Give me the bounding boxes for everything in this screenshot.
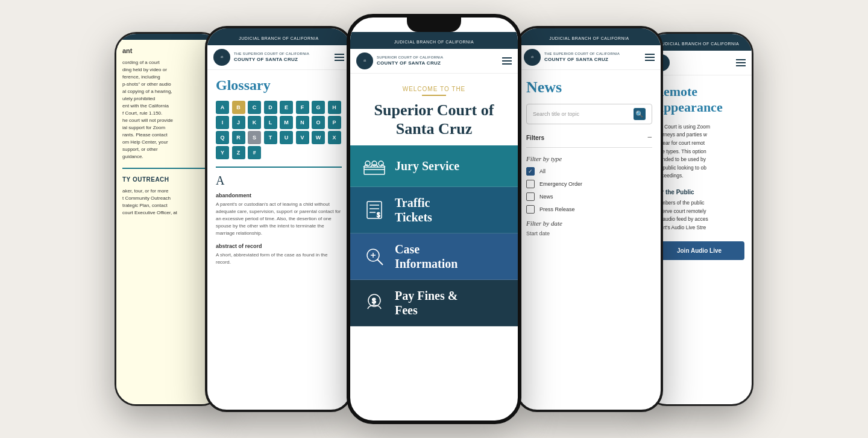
- nav-tiles: Jury Service $ TrafficTickets: [350, 145, 518, 326]
- filter-label-all: All: [539, 168, 546, 174]
- filter-item-emergency[interactable]: Emergency Order: [526, 180, 652, 188]
- alpha-Y[interactable]: Y: [216, 146, 229, 159]
- phone3-court-name: SUPERIOR COURT OF CALIFORNIA COUNTY OF S…: [377, 56, 443, 66]
- alpha-K[interactable]: K: [248, 116, 261, 129]
- alpha-X[interactable]: X: [328, 131, 341, 144]
- filter-checkbox-press[interactable]: [526, 205, 535, 214]
- alpha-S[interactable]: S: [248, 131, 261, 144]
- alpha-Z[interactable]: Z: [232, 146, 245, 159]
- remote-body2: Members of the publicobserve court remot…: [654, 199, 744, 232]
- alpha-W[interactable]: W: [312, 131, 325, 144]
- tile-traffic-label: TrafficTickets: [395, 195, 432, 224]
- phone-2-glossary: JUDICIAL BRANCH OF CALIFORNIA ⚖ THE SUPE…: [205, 26, 353, 412]
- svg-rect-0: [364, 167, 385, 174]
- glossary-def-1: A parent's or custodian's act of leaving…: [216, 201, 342, 237]
- case-icon: [362, 244, 386, 268]
- home-welcome-section: WELCOME TO THE Superior Court of Santa C…: [350, 74, 518, 145]
- filter-type-label: Filter by type: [526, 155, 652, 162]
- alpha-E[interactable]: E: [280, 101, 293, 114]
- alpha-T[interactable]: T: [264, 131, 277, 144]
- filter-item-news[interactable]: News: [526, 192, 652, 201]
- phone3-seal-icon: ⚖: [363, 59, 366, 63]
- alpha-N[interactable]: N: [296, 116, 309, 129]
- news-search-input[interactable]: Search title or topic: [533, 111, 634, 117]
- search-icon[interactable]: 🔍: [634, 108, 646, 120]
- alpha-R[interactable]: R: [232, 131, 245, 144]
- phone3-menu-button[interactable]: [502, 57, 512, 65]
- phone2-seal: ⚖: [213, 49, 230, 66]
- phone4-header-bar: JUDICIAL BRANCH OF CALIFORNIA: [549, 36, 629, 40]
- filter-label-press: Press Release: [539, 206, 575, 212]
- join-audio-button[interactable]: Join Audio Live: [654, 241, 744, 260]
- filters-collapse-button[interactable]: −: [647, 133, 652, 142]
- alpha-Q[interactable]: Q: [216, 131, 229, 144]
- glossary-divider: [216, 167, 342, 168]
- phone4-menu-button[interactable]: [645, 54, 655, 61]
- welcome-label: WELCOME TO THE: [360, 86, 508, 92]
- alphabet-grid[interactable]: A B C D E F G H I J K L M N O P Q R S T: [216, 101, 342, 159]
- welcome-underline: [422, 95, 446, 96]
- phone1-title: ant: [122, 47, 215, 54]
- glossary-term-2: abstract of record: [216, 243, 342, 249]
- phone3-seal: ⚖: [356, 52, 373, 69]
- alpha-P[interactable]: P: [328, 116, 341, 129]
- phone4-logo-area: ⚖ THE SUPERIOR COURT OF CALIFORNIA COUNT…: [524, 49, 620, 66]
- glossary-def-2: A short, abbreviated form of the case as…: [216, 252, 342, 266]
- alpha-O[interactable]: O: [312, 116, 325, 129]
- filters-header: Filters −: [526, 133, 652, 148]
- phone1-body: cording of a courtding held by video orf…: [122, 59, 215, 160]
- alpha-U[interactable]: U: [280, 131, 293, 144]
- phone4-court-header: ⚖ THE SUPERIOR COURT OF CALIFORNIA COUNT…: [518, 45, 661, 70]
- filter-checkbox-emergency[interactable]: [526, 180, 535, 188]
- filter-start-date-label: Start date: [526, 230, 652, 236]
- filter-label-emergency: Emergency Order: [539, 181, 582, 187]
- alpha-L[interactable]: L: [264, 116, 277, 129]
- tile-case-information[interactable]: CaseInformation: [350, 233, 518, 280]
- fines-icon: $: [362, 291, 386, 315]
- filter-checkbox-all[interactable]: [526, 167, 535, 176]
- tile-fines-label: Pay Fines &Fees: [395, 288, 458, 317]
- alpha-hash[interactable]: #: [248, 146, 261, 159]
- alpha-F[interactable]: F: [296, 101, 309, 114]
- tile-pay-fines[interactable]: $ Pay Fines &Fees: [350, 280, 518, 326]
- phones-container: ant cording of a courtding held by video…: [0, 0, 868, 438]
- alpha-J[interactable]: J: [232, 116, 245, 129]
- phone5-menu-button[interactable]: [736, 59, 746, 66]
- filter-item-all[interactable]: All: [526, 167, 652, 176]
- alpha-B[interactable]: B: [232, 101, 245, 114]
- glossary-title: Glossary: [216, 77, 342, 94]
- filter-item-press[interactable]: Press Release: [526, 205, 652, 214]
- phone2-glossary-content: Glossary A B C D E F G H I J K L M N O P…: [207, 70, 350, 412]
- filter-checkbox-news[interactable]: [526, 192, 535, 201]
- alpha-M[interactable]: M: [280, 116, 293, 129]
- news-search-bar[interactable]: Search title or topic 🔍: [526, 104, 652, 124]
- tile-jury-service[interactable]: Jury Service: [350, 145, 518, 187]
- phone2-court-header: ⚖ THE SUPERIOR COURT OF CALIFORNIA COUNT…: [207, 45, 350, 70]
- phone-4-news: JUDICIAL BRANCH OF CALIFORNIA ⚖ THE SUPE…: [515, 26, 663, 412]
- phone2-menu-button[interactable]: [335, 54, 344, 61]
- glossary-term-1: abandonment: [216, 192, 342, 198]
- svg-text:$: $: [377, 212, 380, 218]
- alpha-G[interactable]: G: [312, 101, 325, 114]
- jury-icon: [362, 154, 386, 178]
- tile-traffic-tickets[interactable]: $ TrafficTickets: [350, 187, 518, 233]
- filters-label: Filters: [526, 135, 544, 141]
- alpha-A[interactable]: A: [216, 101, 229, 114]
- phone2-header-bar: JUDICIAL BRANCH OF CALIFORNIA: [239, 36, 318, 40]
- alpha-V[interactable]: V: [296, 131, 309, 144]
- phone4-seal-icon: ⚖: [531, 56, 533, 59]
- phone4-court-name: THE SUPERIOR COURT OF CALIFORNIA COUNTY …: [544, 52, 620, 63]
- filter-label-news: News: [539, 194, 553, 200]
- phone4-seal: ⚖: [524, 49, 541, 66]
- phone5-header-bar: JUDICIAL BRANCH OF CALIFORNIA: [659, 42, 739, 46]
- tile-jury-label: Jury Service: [395, 159, 459, 173]
- phone2-logo-area: ⚖ THE SUPERIOR COURT OF CALIFORNIA COUNT…: [213, 49, 309, 66]
- phone-3-home: JUDICIAL BRANCH OF CALIFORNIA ⚖ SUPERIOR…: [347, 14, 521, 424]
- phone3-header-bar: JUDICIAL BRANCH OF CALIFORNIA: [394, 40, 474, 44]
- welcome-title: Superior Court of Santa Cruz: [360, 101, 508, 138]
- alpha-C[interactable]: C: [248, 101, 261, 114]
- alpha-D[interactable]: D: [264, 101, 277, 114]
- phone1-section-body: aker, tour, or for moret Community Outre…: [122, 188, 215, 217]
- alpha-H[interactable]: H: [328, 101, 341, 114]
- alpha-I[interactable]: I: [216, 116, 229, 129]
